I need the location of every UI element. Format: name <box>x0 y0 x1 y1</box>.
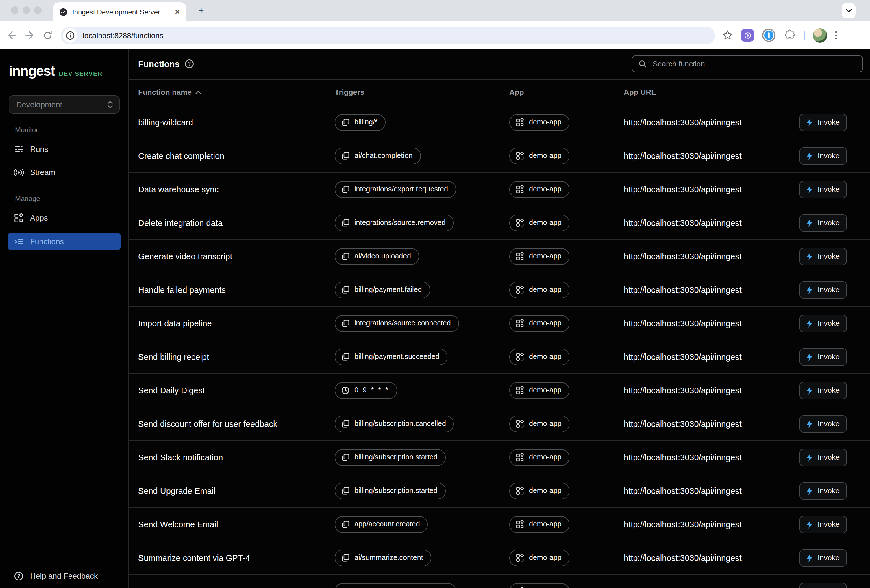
function-name[interactable]: Data warehouse sync <box>138 184 219 194</box>
main-content: Functions ? Function name Triggers App A… <box>129 49 870 588</box>
tab-title: Inngest Development Server <box>72 8 170 16</box>
table-row[interactable]: Summarize content via GPT-4 ai/summarize… <box>129 541 870 575</box>
bolt-icon <box>807 118 813 126</box>
function-name[interactable]: Send Daily Digest <box>138 386 205 395</box>
function-name[interactable]: Test flow control <box>138 587 198 588</box>
page-help-icon[interactable]: ? <box>185 59 194 69</box>
invoke-button[interactable]: Invoke <box>800 147 847 164</box>
trigger-label: 0 9 * * * <box>355 386 389 394</box>
new-tab-button[interactable]: + <box>195 4 207 17</box>
environment-select[interactable]: Development <box>9 95 120 114</box>
function-name[interactable]: Import data pipeline <box>138 319 212 328</box>
invoke-button[interactable]: Invoke <box>800 582 847 588</box>
table-row[interactable]: Create chat completion ai/chat.completio… <box>129 139 870 173</box>
back-icon[interactable] <box>7 31 17 40</box>
function-name[interactable]: Handle failed payments <box>138 285 226 294</box>
invoke-label: Invoke <box>818 285 840 294</box>
tab-close-icon[interactable]: ✕ <box>174 8 180 15</box>
function-name[interactable]: Send discount offer for user feedback <box>138 419 277 428</box>
invoke-button[interactable]: Invoke <box>800 448 847 466</box>
environment-select-value: Development <box>16 100 107 109</box>
app-pill: demo-app <box>509 516 570 533</box>
table-row[interactable]: Import data pipeline integrations/source… <box>129 307 870 340</box>
invoke-label: Invoke <box>818 520 840 529</box>
function-name[interactable]: Create chat completion <box>138 151 224 160</box>
svg-text:?: ? <box>17 573 21 579</box>
minimize-window-button[interactable] <box>22 6 30 14</box>
sidebar-section-manage: Manage <box>15 195 40 203</box>
invoke-button[interactable]: Invoke <box>800 482 847 499</box>
search-box[interactable] <box>632 55 863 72</box>
invoke-label: Invoke <box>818 352 840 361</box>
chevron-up-down-icon <box>107 101 113 108</box>
function-name[interactable]: Send Slack notification <box>138 453 223 462</box>
function-name[interactable]: Send billing receipt <box>138 352 209 361</box>
table-row[interactable]: Send discount offer for user feedback bi… <box>129 407 870 441</box>
extension-icon-purple[interactable] <box>741 29 754 42</box>
onepassword-icon[interactable] <box>762 28 776 42</box>
invoke-button[interactable]: Invoke <box>800 315 847 332</box>
table-row[interactable]: Send Upgrade Email billing/subscription.… <box>129 474 870 508</box>
function-name[interactable]: billing-wildcard <box>138 117 193 127</box>
forward-icon[interactable] <box>25 31 35 40</box>
event-icon <box>341 218 350 227</box>
invoke-button[interactable]: Invoke <box>800 348 847 365</box>
column-function-name[interactable]: Function name <box>138 88 201 97</box>
profile-avatar[interactable] <box>813 28 827 42</box>
reload-icon[interactable] <box>43 30 53 40</box>
invoke-button[interactable]: Invoke <box>800 382 847 399</box>
browser-tab[interactable]: Inngest Development Server ✕ <box>53 2 186 21</box>
table-row[interactable]: Send Daily Digest 0 9 * * * demo-app htt… <box>129 374 870 407</box>
table-row[interactable]: Send Slack notification billing/subscrip… <box>129 441 870 474</box>
table-row[interactable]: Send billing receipt billing/payment.suc… <box>129 340 870 374</box>
trigger-label: billing/* <box>355 118 378 126</box>
sidebar-item-functions[interactable]: Functions <box>7 233 121 250</box>
app-url: http://localhost:3030/api/inngest <box>624 117 742 127</box>
app-label: demo-app <box>529 151 562 160</box>
sidebar-item-stream[interactable]: Stream <box>7 163 121 181</box>
function-name[interactable]: Send Welcome Email <box>138 520 218 529</box>
app-url: http://localhost:3030/api/inngest <box>624 386 742 395</box>
invoke-button[interactable]: Invoke <box>800 113 847 131</box>
table-row[interactable]: Data warehouse sync integrations/export.… <box>129 173 870 206</box>
invoke-button[interactable]: Invoke <box>800 549 847 566</box>
sidebar: inngest DEV SERVER Development Monitor R… <box>0 49 129 588</box>
invoke-button[interactable]: Invoke <box>800 415 847 432</box>
table-row[interactable]: Delete integration data integrations/sou… <box>129 206 870 240</box>
invoke-button[interactable]: Invoke <box>800 281 847 298</box>
table-row[interactable]: billing-wildcard billing/* demo-app http… <box>129 106 870 139</box>
invoke-button[interactable]: Invoke <box>800 181 847 198</box>
inngest-favicon <box>59 7 68 16</box>
table-row[interactable]: Send Welcome Email app/account.created d… <box>129 508 870 541</box>
table-row[interactable]: Handle failed payments billing/payment.f… <box>129 273 870 307</box>
search-input[interactable] <box>651 59 857 69</box>
app-label: demo-app <box>529 252 562 260</box>
invoke-button[interactable]: Invoke <box>800 248 847 265</box>
browser-menu-icon[interactable] <box>835 31 837 39</box>
invoke-button[interactable]: Invoke <box>800 214 847 231</box>
toolbar-separator <box>803 30 805 40</box>
tab-search-button[interactable] <box>842 3 855 18</box>
invoke-label: Invoke <box>818 587 840 588</box>
close-window-button[interactable] <box>11 6 18 14</box>
function-name[interactable]: Delete integration data <box>138 218 223 227</box>
extensions-puzzle-icon[interactable] <box>784 30 796 41</box>
table-row[interactable]: Generate video transcript ai/video.uploa… <box>129 240 870 273</box>
apps-icon <box>515 386 524 395</box>
sidebar-item-runs[interactable]: Runs <box>7 140 121 158</box>
bookmark-star-icon[interactable] <box>722 30 733 40</box>
table-row[interactable]: Test flow control integrations/export.re… <box>129 575 870 588</box>
function-name[interactable]: Send Upgrade Email <box>138 486 216 495</box>
zoom-window-button[interactable] <box>34 6 42 14</box>
trigger-label: app/account.created <box>355 520 420 528</box>
function-name[interactable]: Generate video transcript <box>138 252 232 261</box>
function-name[interactable]: Summarize content via GPT-4 <box>138 553 250 562</box>
site-info-icon[interactable] <box>63 28 77 42</box>
invoke-label: Invoke <box>818 319 840 328</box>
sidebar-item-apps[interactable]: Apps <box>7 209 121 226</box>
help-icon: ? <box>14 571 24 581</box>
invoke-button[interactable]: Invoke <box>800 515 847 533</box>
address-bar[interactable]: localhost:8288/functions <box>61 26 715 44</box>
window-controls[interactable] <box>11 6 42 14</box>
help-and-feedback[interactable]: ? Help and Feedback <box>7 567 121 585</box>
